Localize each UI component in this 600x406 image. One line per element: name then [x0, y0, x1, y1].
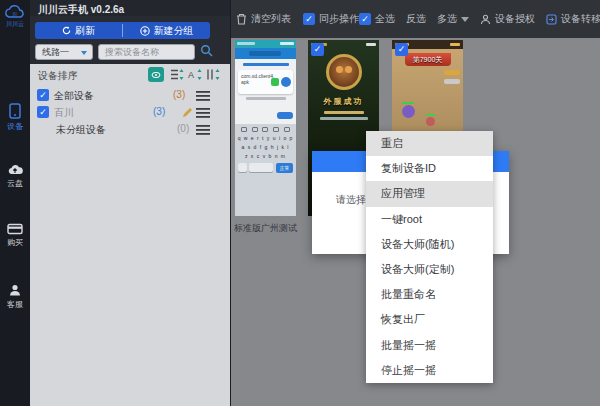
clear-list-button[interactable]: 清空列表	[236, 12, 291, 26]
app-title: 川川云手机 v0.2.6a	[38, 3, 124, 17]
invert-select-label: 反选	[406, 12, 426, 26]
keyboard-row: q w e r t y u i o p	[235, 134, 296, 143]
menu-item-factory-reset[interactable]: 恢复出厂	[366, 307, 493, 332]
invert-select-button[interactable]: 反选	[406, 12, 426, 26]
sync-ops-label: 同步操作	[319, 12, 359, 26]
sort-label: 设备排序	[38, 69, 78, 83]
device-transfer-label: 设备转移	[561, 12, 600, 26]
game-level-banner: 第7900关	[405, 53, 451, 66]
sidebar-item-purchase[interactable]: 购买	[0, 223, 30, 248]
keyboard-confirm-key: 正常	[276, 163, 293, 173]
checkbox-checked[interactable]: ✓	[37, 106, 49, 118]
phone-app-bar	[235, 48, 296, 59]
main-toolbar: 清空列表 ✓ 同步操作 ✓ 全选 反选 多选	[231, 0, 600, 38]
menu-item-batch-shake[interactable]: 批量摇一摇	[366, 333, 493, 358]
group-row-ungrouped[interactable]: 未分组设备 (0)	[30, 122, 230, 138]
phone-keyboard: q w e r t y u i o p a s d f g h j k l z …	[235, 124, 296, 216]
group-label: 百川	[54, 106, 74, 120]
group-label: 全部设备	[54, 89, 94, 103]
select-all-toggle[interactable]: ✓ 全选	[359, 12, 395, 26]
device-authorize-button[interactable]: 设备授权	[480, 12, 535, 26]
refresh-button[interactable]: 刷新	[35, 22, 122, 39]
refresh-icon	[62, 26, 71, 35]
menu-item-device-master-custom[interactable]: 设备大师(定制)	[366, 257, 493, 282]
context-menu: 重启 复制设备ID 应用管理 一键root 设备大师(随机) 设备大师(定制) …	[366, 131, 493, 383]
group-label: 未分组设备	[56, 123, 106, 137]
sidebar-item-support[interactable]: 客服	[0, 283, 30, 310]
cloud-logo-icon: 川	[4, 5, 26, 19]
line-select-value: 线路一	[42, 47, 69, 57]
app-logo: 川 川川云	[0, 5, 30, 29]
search-placeholder: 搜索设备名称	[105, 47, 159, 57]
panel-toolbar: 刷新 新建分组 线路一 搜索设备名称	[30, 16, 230, 64]
new-group-label: 新建分组	[154, 24, 194, 38]
checkbox-checked[interactable]: ✓	[37, 89, 49, 101]
app-window: 川 川川云 设备 云盘 购买	[0, 0, 600, 406]
selected-check-badge[interactable]: ✓	[311, 43, 324, 56]
checkbox-checked[interactable]: ✓	[303, 13, 315, 25]
device-thumbnail-1[interactable]: com.sd.client4.apk q w e r t y u i o p a…	[235, 40, 296, 216]
group-row-baichuan[interactable]: ✓ 百川 (3)	[30, 105, 230, 121]
search-icon[interactable]	[200, 44, 213, 57]
game-pill	[444, 79, 460, 84]
device-group-list: 设备排序 A	[30, 64, 230, 406]
clear-list-label: 清空列表	[251, 12, 291, 26]
select-all-label: 全选	[375, 12, 395, 26]
sidebar-item-label: 设备	[0, 121, 30, 132]
menu-item-copy-device-id[interactable]: 复制设备ID	[366, 156, 493, 181]
keyboard-row: a s d f g h j k l	[235, 143, 296, 152]
menu-item-stop-shake[interactable]: 停止摇一摇	[366, 358, 493, 383]
apk-card: com.sd.client4.apk	[238, 70, 293, 94]
sidebar-item-cloud-disk[interactable]: 云盘	[0, 163, 30, 189]
drag-handle-icon[interactable]	[196, 108, 210, 118]
svg-text:A: A	[188, 70, 194, 80]
new-group-button[interactable]: 新建分组	[123, 22, 210, 39]
line-select[interactable]: 线路一	[35, 44, 93, 60]
edit-pencil-icon[interactable]	[182, 107, 193, 118]
sort-order-icon[interactable]	[206, 68, 220, 81]
sidebar-item-label: 客服	[0, 299, 30, 310]
menu-item-one-key-root[interactable]: 一键root	[366, 207, 493, 232]
menu-item-restart[interactable]: 重启	[366, 131, 493, 156]
link-text-bar	[243, 63, 289, 66]
drag-handle-icon[interactable]	[196, 91, 210, 101]
person-icon	[480, 14, 491, 25]
game-emblem	[326, 54, 362, 90]
game-pill	[444, 70, 460, 75]
menu-item-batch-rename[interactable]: 批量重命名	[366, 282, 493, 307]
phone-icon	[8, 103, 22, 119]
device-caption: 标准版广州测试	[231, 222, 300, 235]
game-overlay-title: 外服成功	[308, 96, 379, 107]
main-area: 清空列表 ✓ 同步操作 ✓ 全选 反选 多选	[230, 0, 600, 406]
selected-check-badge[interactable]: ✓	[395, 43, 408, 56]
search-input[interactable]: 搜索设备名称	[98, 44, 195, 60]
sidebar-item-label: 购买	[0, 237, 30, 248]
sort-by-list-icon[interactable]	[170, 68, 184, 81]
menu-item-device-master-random[interactable]: 设备大师(随机)	[366, 232, 493, 257]
group-row-all-devices[interactable]: ✓ 全部设备 (3)	[30, 88, 230, 104]
group-count: (3)	[153, 106, 165, 117]
group-count: (3)	[173, 89, 185, 100]
checkbox-checked[interactable]: ✓	[359, 13, 371, 25]
sync-ops-toggle[interactable]: ✓ 同步操作	[303, 12, 359, 26]
apk-name: com.sd.client4.apk	[241, 73, 275, 85]
chevron-down-icon	[461, 17, 469, 22]
logo-text: 川川云	[0, 20, 30, 29]
purchase-card-icon	[7, 223, 23, 235]
plus-circle-icon	[140, 26, 150, 36]
sidebar-item-devices[interactable]: 设备	[0, 103, 30, 132]
phone-status-bar	[235, 40, 296, 48]
view-mode-button[interactable]	[148, 67, 164, 82]
transfer-icon	[546, 14, 557, 25]
device-transfer-button[interactable]: 设备转移	[546, 12, 600, 26]
text-bar	[324, 111, 364, 114]
title-bar: 川川云手机 v0.2.6a	[30, 0, 230, 16]
text-bar	[320, 117, 368, 120]
sort-alpha-icon[interactable]: A	[188, 68, 202, 81]
panel-action-bar: 刷新 新建分组	[35, 22, 210, 39]
keyboard-row: z x c v b n m	[235, 152, 296, 161]
refresh-label: 刷新	[75, 24, 95, 38]
menu-item-app-manage[interactable]: 应用管理	[366, 181, 493, 206]
drag-handle-icon[interactable]	[196, 125, 210, 135]
multi-select-dropdown[interactable]: 多选	[437, 12, 469, 26]
